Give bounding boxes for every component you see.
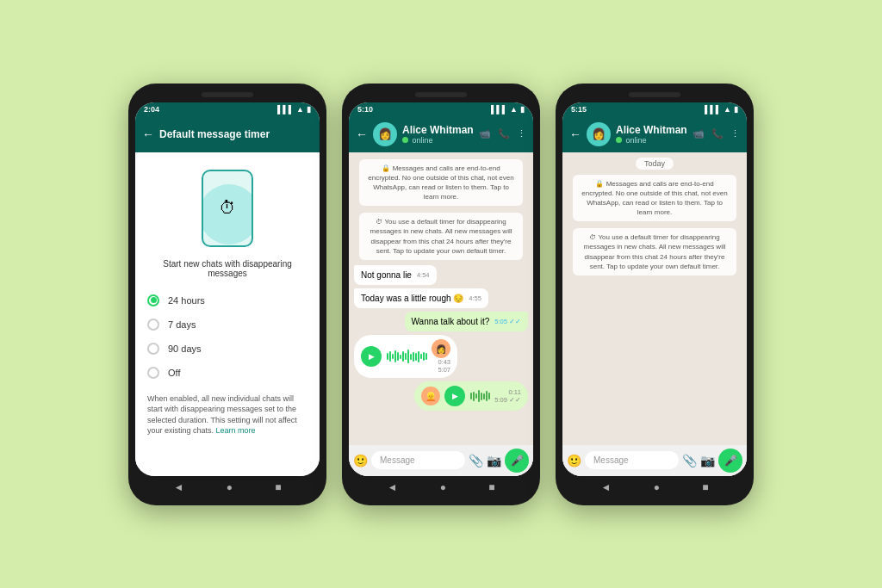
waveform-bar <box>402 351 404 362</box>
waveform-bar <box>394 350 396 362</box>
signal-icon-2: ▌▌▌ <box>491 105 507 114</box>
radio-90d[interactable] <box>147 343 159 355</box>
back-nav-btn-2[interactable]: ◄ <box>388 481 398 493</box>
message-input-3[interactable]: Message <box>585 451 679 469</box>
timer-icon: ⏱ <box>219 198 236 218</box>
phone-1-screen: 2:04 ▌▌▌ ▲ ▮ ← Default message timer ⏱ <box>135 102 320 476</box>
waveform-bar <box>413 352 414 362</box>
phone-3-time: 5:15 <box>571 105 587 114</box>
back-nav-btn[interactable]: ◄ <box>174 481 184 493</box>
waveform-bar <box>397 352 399 361</box>
online-indicator-3 <box>616 137 622 143</box>
emoji-btn-3[interactable]: 🙂 <box>567 454 581 467</box>
msg-wanna-talk: Wanna talk about it? 5:05 ✓✓ <box>405 312 529 331</box>
contact-name-2: Alice Whitman <box>402 124 474 136</box>
waveform-bar <box>400 355 401 359</box>
contact-name-3: Alice Whitman <box>616 124 687 136</box>
more-options-icon-3[interactable]: ⋮ <box>730 128 740 139</box>
phone-1-time: 2:04 <box>144 105 159 114</box>
waveform-bar <box>470 393 472 399</box>
phone-2-status-bar: 5:10 ▌▌▌ ▲ ▮ <box>349 102 533 116</box>
recents-nav-btn[interactable]: ■ <box>275 481 281 493</box>
recents-nav-btn-3[interactable]: ■ <box>702 481 708 493</box>
voice-call-icon-3[interactable]: 📞 <box>711 128 724 139</box>
chat-header-icons-2: 📹 📞 ⋮ <box>479 128 526 139</box>
status-icons: ▌▌▌ ▲ ▮ <box>277 105 311 114</box>
chat-messages-2: 🔒 Messages and calls are end-to-end encr… <box>349 152 533 445</box>
waveform-bar <box>483 393 485 399</box>
signal-icon-3: ▌▌▌ <box>705 105 721 114</box>
audio-time-received: 5:07 <box>438 366 450 374</box>
phone-1-header: ← Default message timer <box>135 116 320 152</box>
attachment-btn-3[interactable]: 📎 <box>682 454 697 467</box>
attachment-btn-2[interactable]: 📎 <box>469 454 483 467</box>
waveform-sent <box>469 388 490 404</box>
play-btn-received[interactable]: ▶ <box>361 346 382 367</box>
audio-avatar-sent: 👱 <box>421 387 440 405</box>
option-off-label: Off <box>168 368 180 378</box>
home-nav-btn[interactable]: ● <box>227 481 233 493</box>
emoji-btn-2[interactable]: 🙂 <box>353 454 368 467</box>
option-7d[interactable]: 7 days <box>147 313 307 337</box>
message-placeholder-3: Message <box>593 455 629 465</box>
option-24h[interactable]: 24 hours <box>147 288 307 313</box>
play-btn-sent[interactable]: ▶ <box>444 386 465 406</box>
audio-meta-received: 👩 0:43 5:07 <box>432 339 450 374</box>
waveform-bar <box>425 353 427 360</box>
radio-off[interactable] <box>147 367 159 379</box>
status-icons-2: ▌▌▌ ▲ ▮ <box>491 105 525 114</box>
message-placeholder-2: Message <box>380 455 415 465</box>
camera-btn-3[interactable]: 📷 <box>700 454 715 467</box>
back-button[interactable]: ← <box>142 127 154 141</box>
contact-info-3: Alice Whitman online <box>616 124 687 145</box>
more-options-icon[interactable]: ⋮ <box>517 128 526 139</box>
phone-2: 5:10 ▌▌▌ ▲ ▮ ← 👩 Alice Whitman online <box>342 84 540 505</box>
mic-btn-2[interactable]: 🎤 <box>505 449 529 473</box>
home-nav-btn-3[interactable]: ● <box>654 481 660 493</box>
status-icons-3: ▌▌▌ ▲ ▮ <box>705 105 738 114</box>
contact-avatar-2: 👩 <box>373 122 397 146</box>
back-nav-btn-3[interactable]: ◄ <box>601 481 612 493</box>
audio-avatar-received: 👩 <box>432 339 450 358</box>
phones-container: 2:04 ▌▌▌ ▲ ▮ ← Default message timer ⏱ <box>111 66 771 523</box>
chat-input-bar-3: 🙂 Message 📎 📷 🎤 <box>562 445 747 476</box>
phone-3-nav: ◄ ● ■ <box>562 476 747 497</box>
video-call-icon-3[interactable]: 📹 <box>693 128 705 139</box>
chat-back-btn[interactable]: ← <box>356 127 368 141</box>
msg-time-1: 4:54 <box>417 271 430 280</box>
wifi-icon: ▲ <box>296 105 304 114</box>
phone-2-header: ← 👩 Alice Whitman online 📹 📞 ⋮ <box>349 116 533 152</box>
waveform-bar <box>407 350 409 363</box>
settings-content: ⏱ Start new chats with disappearing mess… <box>135 152 320 476</box>
msg-rough-day: Today was a little rough 😔 4:55 <box>354 288 488 308</box>
audio-time-sent: 5:09 ✓✓ <box>494 396 521 404</box>
msg-not-gonna-lie: Not gonna lie 4:54 <box>354 265 437 285</box>
phone-3-status-bar: 5:15 ▌▌▌ ▲ ▮ <box>562 102 747 116</box>
voice-call-icon[interactable]: 📞 <box>498 128 510 139</box>
msg-text-2: Today was a little rough 😔 <box>361 294 463 303</box>
radio-24h[interactable] <box>147 294 159 306</box>
learn-more-link[interactable]: Learn more <box>216 426 256 435</box>
wifi-icon-2: ▲ <box>510 105 518 114</box>
contact-info-2: Alice Whitman online <box>402 124 474 145</box>
message-input-2[interactable]: Message <box>371 451 465 469</box>
chat-back-btn-3[interactable]: ← <box>569 127 581 141</box>
radio-7d[interactable] <box>147 319 159 331</box>
waveform-bar <box>405 353 407 360</box>
home-nav-btn-2[interactable]: ● <box>440 481 446 493</box>
recents-nav-btn-2[interactable]: ■ <box>488 481 494 493</box>
waveform-bar <box>410 354 412 360</box>
camera-btn-2[interactable]: 📷 <box>487 454 501 467</box>
settings-label: Start new chats with disappearing messag… <box>147 259 307 278</box>
phone-illustration: ⏱ <box>147 170 307 247</box>
option-90d[interactable]: 90 days <box>147 337 307 361</box>
system-msg-timer-3: ⏱ You use a default timer for disappeari… <box>573 228 736 275</box>
phone-3: 5:15 ▌▌▌ ▲ ▮ ← 👩 Alice Whitman online <box>556 84 754 505</box>
video-call-icon[interactable]: 📹 <box>479 128 491 139</box>
phone-2-time: 5:10 <box>357 105 373 114</box>
option-off[interactable]: Off <box>147 361 307 385</box>
option-24h-label: 24 hours <box>168 295 205 306</box>
mic-btn-3[interactable]: 🎤 <box>718 449 742 473</box>
waveform-bar <box>423 352 425 361</box>
msg-text-1: Not gonna lie <box>361 270 412 280</box>
